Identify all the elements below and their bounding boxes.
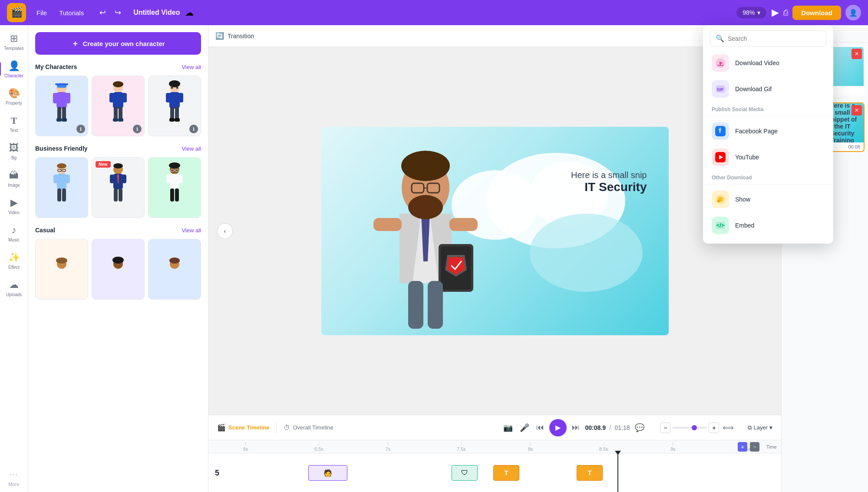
sidebar-item-music[interactable]: ♪ Music bbox=[1, 220, 26, 246]
redo-button[interactable]: ↪ bbox=[111, 6, 125, 19]
svg-rect-8 bbox=[56, 118, 62, 122]
svg-rect-29 bbox=[175, 118, 180, 122]
facebook-item[interactable]: Facebook Page bbox=[703, 118, 833, 144]
char-card-4[interactable] bbox=[35, 157, 88, 218]
embed-item[interactable]: Embed bbox=[703, 212, 833, 238]
sidebar-item-property[interactable]: 🎨 Property bbox=[1, 83, 26, 109]
timeline-current-time: 00:08.9 bbox=[585, 424, 605, 431]
music-icon: ♪ bbox=[12, 225, 17, 236]
timeline-expand-button[interactable]: ⟺ bbox=[721, 421, 736, 434]
timeline-skip-back-button[interactable]: ⏮ bbox=[535, 421, 546, 434]
download-gif-item[interactable]: GIF Download Gif bbox=[703, 76, 833, 102]
download-button[interactable]: Download bbox=[792, 6, 841, 20]
char-card-7[interactable] bbox=[35, 239, 88, 300]
sidebar-item-templates[interactable]: ⊞ Templates bbox=[1, 29, 26, 54]
project-title[interactable]: Untitled Video bbox=[133, 9, 180, 17]
ruler-mark-7s: 7s bbox=[386, 442, 391, 452]
scene-timeline-button[interactable]: 🎬 Scene Timeline bbox=[217, 423, 269, 432]
canvas-prev-arrow[interactable]: ‹ bbox=[217, 223, 233, 239]
zoom-thumb[interactable] bbox=[692, 425, 697, 430]
more-nav[interactable]: ··· More bbox=[8, 470, 19, 487]
dropdown-divider-1 bbox=[703, 116, 833, 116]
business-friendly-view-all[interactable]: View all bbox=[182, 145, 201, 152]
youtube-item[interactable]: YouTube bbox=[703, 144, 833, 170]
zoom-in-button[interactable]: + bbox=[709, 423, 719, 433]
char-card-1[interactable]: ℹ bbox=[35, 76, 88, 136]
char-figure-5 bbox=[103, 162, 133, 214]
svg-rect-36 bbox=[53, 175, 58, 183]
sidebar-item-video[interactable]: ▶ Video bbox=[1, 193, 26, 218]
download-video-label: Download Video bbox=[735, 59, 779, 66]
user-avatar[interactable]: 👤 bbox=[845, 5, 861, 20]
char-card-5[interactable]: New bbox=[92, 157, 145, 218]
svg-point-61 bbox=[112, 257, 124, 264]
zoom-out-button[interactable]: − bbox=[660, 423, 670, 433]
menu-file[interactable]: File bbox=[31, 7, 52, 19]
dropdown-search-box[interactable]: 🔍 bbox=[710, 30, 826, 46]
char-card-3[interactable]: ℹ bbox=[148, 76, 201, 136]
char-card-8[interactable] bbox=[92, 239, 145, 300]
char-figure-2 bbox=[103, 80, 133, 132]
sidebar-item-text[interactable]: T Text bbox=[1, 111, 26, 136]
timeline-skip-forward-button[interactable]: ⏭ bbox=[570, 421, 581, 434]
sidebar-item-image[interactable]: 🏔 Image bbox=[1, 165, 26, 191]
download-gif-icon: GIF bbox=[712, 80, 729, 98]
scene-remove-btn-1[interactable]: ✕ bbox=[851, 49, 862, 59]
char-info-badge-2[interactable]: ℹ bbox=[133, 125, 142, 133]
timeline-track: 5 🧑 🛡 T T bbox=[208, 453, 781, 492]
casual-view-all[interactable]: View all bbox=[182, 227, 201, 234]
timeline-clip-shield[interactable]: 🛡 bbox=[452, 465, 478, 481]
timeline-clip-character[interactable]: 🧑 bbox=[308, 465, 347, 481]
sidebar-item-music-label: Music bbox=[8, 238, 20, 242]
char-card-6[interactable] bbox=[148, 157, 201, 218]
show-item[interactable]: Show bbox=[703, 186, 833, 212]
char-info-badge-3[interactable]: ℹ bbox=[189, 125, 198, 133]
timeline-clip-text-2[interactable]: T bbox=[577, 465, 603, 481]
svg-rect-37 bbox=[65, 175, 70, 183]
scene-timeline-label: Scene Timeline bbox=[228, 424, 269, 431]
ruler-mark-85s: 8.5s bbox=[599, 442, 608, 452]
timeline-minus-button[interactable]: − bbox=[750, 442, 759, 452]
topbar: 🎬 File Tutorials ↩ ↪ Untitled Video ☁ 98… bbox=[0, 0, 868, 25]
create-character-button[interactable]: ＋ Create your own character bbox=[35, 32, 201, 55]
svg-text:GIF: GIF bbox=[717, 87, 724, 92]
ruler-mark-65s: 6.5s bbox=[314, 442, 323, 452]
char-info-badge-1[interactable]: ℹ bbox=[76, 125, 85, 133]
transition-control[interactable]: 🔄 Transition bbox=[215, 32, 254, 40]
my-characters-grid: ℹ ℹ bbox=[35, 76, 201, 136]
svg-point-69 bbox=[401, 151, 450, 181]
sidebar-item-character[interactable]: 👤 Character bbox=[1, 56, 26, 82]
search-input[interactable] bbox=[728, 35, 821, 42]
timeline-add-button[interactable]: + bbox=[738, 442, 747, 452]
other-download-title: Other Download bbox=[703, 170, 833, 182]
svg-rect-43 bbox=[110, 175, 115, 183]
menu-tutorials[interactable]: Tutorials bbox=[54, 7, 89, 19]
zoom-control[interactable]: 98% ▾ bbox=[736, 7, 766, 18]
svg-point-63 bbox=[169, 258, 180, 264]
undo-button[interactable]: ↩ bbox=[96, 6, 109, 19]
preview-play-button[interactable]: ▶ bbox=[772, 7, 779, 18]
sidebar-item-uploads[interactable]: ☁ Uploads bbox=[1, 275, 26, 300]
my-characters-view-all[interactable]: View all bbox=[182, 64, 201, 70]
char-card-2[interactable]: ℹ bbox=[92, 76, 145, 136]
timeline-mic-button[interactable]: 🎤 bbox=[518, 421, 531, 434]
svg-rect-74 bbox=[373, 218, 402, 231]
youtube-icon bbox=[712, 149, 729, 166]
layer-chevron-icon: ▾ bbox=[769, 424, 772, 431]
download-video-item[interactable]: Download Video bbox=[703, 50, 833, 76]
timeline-play-button[interactable]: ▶ bbox=[549, 419, 567, 436]
layer-button[interactable]: ⧉ Layer ▾ bbox=[748, 424, 772, 431]
timeline-clip-text-1[interactable]: T bbox=[493, 465, 519, 481]
timeline-total-time: 01:18 bbox=[614, 424, 630, 431]
sidebar-item-effect[interactable]: ✨ Effect bbox=[1, 248, 26, 273]
layer-label: Layer bbox=[753, 424, 768, 431]
scene-remove-btn-2[interactable]: ✕ bbox=[851, 105, 862, 116]
character-panel: ＋ Create your own character My Character… bbox=[28, 25, 208, 492]
overall-timeline-button[interactable]: ⏱ Overall Timeline bbox=[284, 424, 333, 431]
timeline-camera-button[interactable]: 📷 bbox=[502, 421, 515, 434]
share-button[interactable]: ⎙ bbox=[783, 8, 788, 17]
timeline-playhead[interactable] bbox=[617, 453, 618, 492]
sidebar-item-bg[interactable]: 🖼 Bg bbox=[1, 138, 26, 164]
timeline-speech-button[interactable]: 💬 bbox=[633, 421, 646, 434]
char-card-9[interactable] bbox=[148, 239, 201, 300]
